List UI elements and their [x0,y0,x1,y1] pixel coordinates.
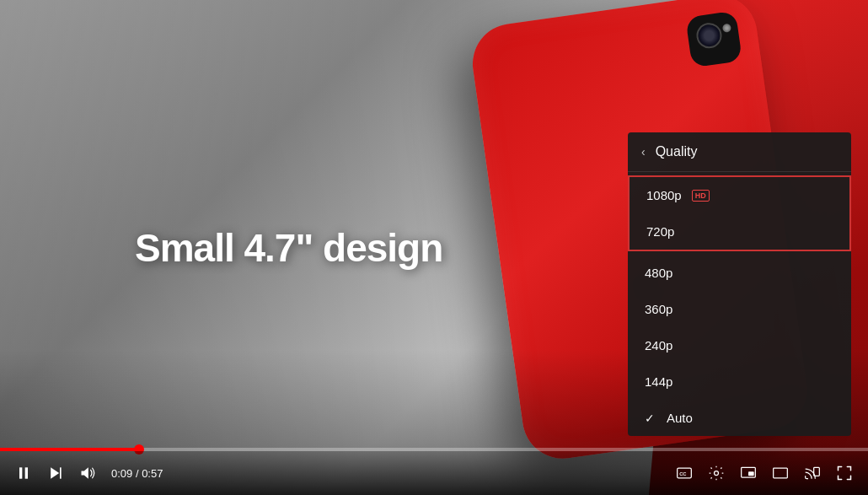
quality-option-144p[interactable]: 144p [628,363,851,400]
quality-menu: ‹ Quality 1080p HD 720p 480p 360p 240p [628,132,851,436]
pause-button[interactable] [12,461,35,485]
svg-rect-11 [774,470,785,476]
svg-point-7 [715,471,719,476]
iphone-camera [685,11,742,68]
quality-label-240p: 240p [645,338,672,352]
miniplayer-icon [740,465,757,482]
miniplayer-button[interactable] [737,461,760,485]
cc-icon: CC [676,465,693,482]
svg-rect-9 [748,471,754,476]
quality-label-360p: 360p [645,302,672,316]
cc-button[interactable]: CC [672,461,696,485]
quality-option-720p[interactable]: 720p [630,213,849,250]
quality-options-list: 1080p HD 720p 480p 360p 240p 144p ✓ [628,175,851,436]
cast-button[interactable] [801,461,824,485]
quality-label-1080p: 1080p [646,188,682,202]
quality-option-1080p[interactable]: 1080p HD [630,177,849,213]
controls-bar: 0:09 / 0:57 CC [0,451,868,495]
back-arrow-icon: ‹ [641,145,646,159]
video-player: Small 4.7" design [0,0,868,495]
quality-label-144p: 144p [645,374,672,389]
theater-button[interactable] [769,461,792,485]
svg-marker-4 [82,467,88,478]
cast-icon [804,465,821,482]
svg-text:CC: CC [679,471,687,476]
hd-badge-1080p: HD [692,190,710,202]
settings-icon [708,465,725,482]
quality-option-240p[interactable]: 240p [628,327,851,363]
next-icon [47,465,64,482]
svg-rect-10 [774,468,788,478]
svg-marker-2 [51,467,59,478]
quality-menu-title: Quality [656,144,698,159]
fullscreen-icon [836,465,853,482]
svg-rect-3 [60,467,62,478]
quality-option-480p[interactable]: 480p [628,255,851,291]
svg-rect-0 [19,467,22,478]
quality-label-720p: 720p [646,224,674,239]
checkmark-icon: ✓ [645,412,655,425]
volume-button[interactable] [76,461,99,485]
quality-option-360p[interactable]: 360p [628,291,851,327]
svg-rect-1 [25,467,28,478]
next-button[interactable] [44,461,67,485]
pause-icon [15,465,32,482]
settings-button[interactable] [705,461,728,485]
time-display: 0:09 / 0:57 [111,467,163,480]
quality-menu-header[interactable]: ‹ Quality [628,132,851,172]
quality-label-480p: 480p [645,266,672,280]
quality-option-auto[interactable]: ✓ Auto [628,400,851,436]
fullscreen-button[interactable] [833,461,856,485]
theater-icon [772,465,789,482]
video-caption-text: Small 4.7" design [135,225,442,271]
quality-label-auto: Auto [667,411,693,425]
volume-icon [79,465,96,482]
